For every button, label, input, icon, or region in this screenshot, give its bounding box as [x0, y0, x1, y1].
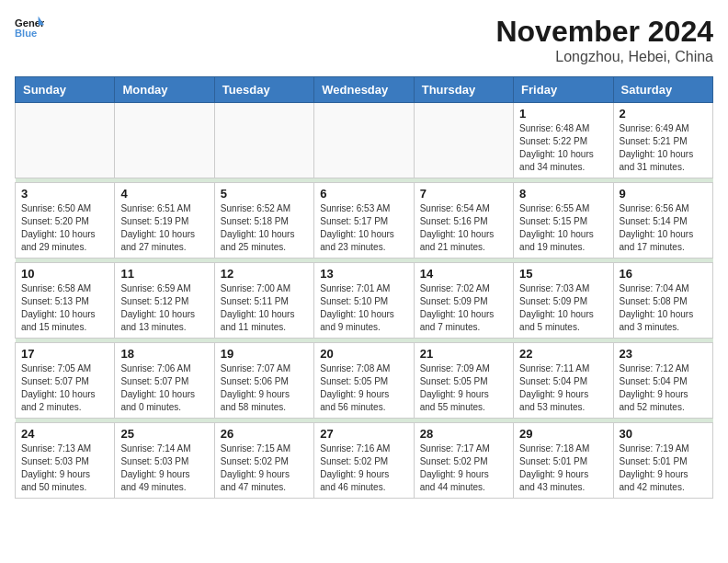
svg-text:Blue: Blue: [15, 28, 37, 39]
day-number: 22: [519, 347, 607, 361]
weekday-header-friday: Friday: [514, 77, 613, 103]
calendar-cell: 9Sunrise: 6:56 AM Sunset: 5:14 PM Daylig…: [613, 183, 712, 259]
day-info: Sunrise: 7:03 AM Sunset: 5:09 PM Dayligh…: [519, 282, 607, 334]
calendar-cell: 18Sunrise: 7:06 AM Sunset: 5:07 PM Dayli…: [115, 343, 214, 419]
week-row-3: 17Sunrise: 7:05 AM Sunset: 5:07 PM Dayli…: [16, 343, 713, 419]
location: Longzhou, Hebei, China: [495, 49, 713, 65]
day-number: 26: [221, 427, 308, 441]
calendar-cell: 1Sunrise: 6:48 AM Sunset: 5:22 PM Daylig…: [514, 103, 613, 178]
day-number: 27: [320, 427, 407, 441]
day-info: Sunrise: 7:19 AM Sunset: 5:01 PM Dayligh…: [620, 442, 707, 494]
day-number: 11: [120, 267, 208, 281]
calendar: SundayMondayTuesdayWednesdayThursdayFrid…: [15, 76, 713, 499]
day-info: Sunrise: 7:13 AM Sunset: 5:03 PM Dayligh…: [21, 442, 108, 494]
day-number: 2: [620, 107, 707, 121]
weekday-header-saturday: Saturday: [613, 77, 712, 103]
calendar-cell: [314, 103, 414, 178]
day-number: 29: [519, 427, 607, 441]
day-info: Sunrise: 6:48 AM Sunset: 5:22 PM Dayligh…: [519, 122, 607, 174]
calendar-cell: 11Sunrise: 6:59 AM Sunset: 5:12 PM Dayli…: [115, 263, 214, 339]
calendar-cell: 2Sunrise: 6:49 AM Sunset: 5:21 PM Daylig…: [613, 103, 712, 178]
day-number: 10: [21, 267, 108, 281]
day-number: 24: [21, 427, 108, 441]
day-info: Sunrise: 7:11 AM Sunset: 5:04 PM Dayligh…: [519, 362, 607, 414]
day-number: 14: [420, 267, 507, 281]
calendar-cell: [214, 103, 313, 178]
calendar-cell: [414, 103, 513, 178]
day-number: 16: [620, 267, 707, 281]
day-number: 7: [420, 187, 507, 201]
day-info: Sunrise: 7:18 AM Sunset: 5:01 PM Dayligh…: [519, 442, 607, 494]
day-info: Sunrise: 7:17 AM Sunset: 5:02 PM Dayligh…: [420, 442, 507, 494]
calendar-cell: 30Sunrise: 7:19 AM Sunset: 5:01 PM Dayli…: [613, 423, 712, 499]
calendar-cell: 7Sunrise: 6:54 AM Sunset: 5:16 PM Daylig…: [414, 183, 513, 259]
day-number: 5: [221, 187, 308, 201]
day-info: Sunrise: 7:08 AM Sunset: 5:05 PM Dayligh…: [320, 362, 407, 414]
calendar-cell: 24Sunrise: 7:13 AM Sunset: 5:03 PM Dayli…: [16, 423, 115, 499]
calendar-cell: 28Sunrise: 7:17 AM Sunset: 5:02 PM Dayli…: [414, 423, 513, 499]
month-title: November 2024: [495, 15, 713, 49]
week-row-1: 3Sunrise: 6:50 AM Sunset: 5:20 PM Daylig…: [16, 183, 713, 259]
logo-icon: General Blue: [15, 15, 44, 40]
calendar-cell: 6Sunrise: 6:53 AM Sunset: 5:17 PM Daylig…: [314, 183, 414, 259]
calendar-cell: 21Sunrise: 7:09 AM Sunset: 5:05 PM Dayli…: [414, 343, 513, 419]
day-info: Sunrise: 7:16 AM Sunset: 5:02 PM Dayligh…: [320, 442, 407, 494]
calendar-cell: 3Sunrise: 6:50 AM Sunset: 5:20 PM Daylig…: [16, 183, 115, 259]
day-info: Sunrise: 7:09 AM Sunset: 5:05 PM Dayligh…: [420, 362, 507, 414]
day-info: Sunrise: 7:12 AM Sunset: 5:04 PM Dayligh…: [620, 362, 707, 414]
day-info: Sunrise: 6:53 AM Sunset: 5:17 PM Dayligh…: [320, 202, 407, 254]
calendar-cell: 29Sunrise: 7:18 AM Sunset: 5:01 PM Dayli…: [514, 423, 613, 499]
day-info: Sunrise: 7:06 AM Sunset: 5:07 PM Dayligh…: [120, 362, 208, 414]
calendar-cell: 12Sunrise: 7:00 AM Sunset: 5:11 PM Dayli…: [214, 263, 313, 339]
day-info: Sunrise: 7:05 AM Sunset: 5:07 PM Dayligh…: [21, 362, 108, 414]
header: General Blue November 2024 Longzhou, Heb…: [15, 15, 713, 65]
calendar-cell: 26Sunrise: 7:15 AM Sunset: 5:02 PM Dayli…: [214, 423, 313, 499]
day-number: 23: [620, 347, 707, 361]
day-info: Sunrise: 7:00 AM Sunset: 5:11 PM Dayligh…: [221, 282, 308, 334]
day-number: 13: [320, 267, 407, 281]
day-number: 20: [320, 347, 407, 361]
day-number: 12: [221, 267, 308, 281]
day-info: Sunrise: 7:04 AM Sunset: 5:08 PM Dayligh…: [620, 282, 707, 334]
week-row-4: 24Sunrise: 7:13 AM Sunset: 5:03 PM Dayli…: [16, 423, 713, 499]
day-info: Sunrise: 7:07 AM Sunset: 5:06 PM Dayligh…: [221, 362, 308, 414]
day-info: Sunrise: 6:56 AM Sunset: 5:14 PM Dayligh…: [620, 202, 707, 254]
day-number: 15: [519, 267, 607, 281]
calendar-cell: 5Sunrise: 6:52 AM Sunset: 5:18 PM Daylig…: [214, 183, 313, 259]
day-info: Sunrise: 6:51 AM Sunset: 5:19 PM Dayligh…: [120, 202, 208, 254]
weekday-header-monday: Monday: [115, 77, 214, 103]
day-info: Sunrise: 7:15 AM Sunset: 5:02 PM Dayligh…: [221, 442, 308, 494]
weekday-header-sunday: Sunday: [16, 77, 115, 103]
weekday-header-row: SundayMondayTuesdayWednesdayThursdayFrid…: [16, 77, 713, 103]
weekday-header-thursday: Thursday: [414, 77, 513, 103]
weekday-header-wednesday: Wednesday: [314, 77, 414, 103]
day-number: 30: [620, 427, 707, 441]
calendar-cell: [16, 103, 115, 178]
day-number: 19: [221, 347, 308, 361]
day-info: Sunrise: 6:49 AM Sunset: 5:21 PM Dayligh…: [620, 122, 707, 174]
calendar-cell: 22Sunrise: 7:11 AM Sunset: 5:04 PM Dayli…: [514, 343, 613, 419]
calendar-cell: 19Sunrise: 7:07 AM Sunset: 5:06 PM Dayli…: [214, 343, 313, 419]
calendar-cell: 15Sunrise: 7:03 AM Sunset: 5:09 PM Dayli…: [514, 263, 613, 339]
calendar-cell: 4Sunrise: 6:51 AM Sunset: 5:19 PM Daylig…: [115, 183, 214, 259]
calendar-cell: 16Sunrise: 7:04 AM Sunset: 5:08 PM Dayli…: [613, 263, 712, 339]
calendar-cell: 25Sunrise: 7:14 AM Sunset: 5:03 PM Dayli…: [115, 423, 214, 499]
day-info: Sunrise: 7:02 AM Sunset: 5:09 PM Dayligh…: [420, 282, 507, 334]
calendar-cell: 20Sunrise: 7:08 AM Sunset: 5:05 PM Dayli…: [314, 343, 414, 419]
calendar-cell: 10Sunrise: 6:58 AM Sunset: 5:13 PM Dayli…: [16, 263, 115, 339]
day-info: Sunrise: 6:59 AM Sunset: 5:12 PM Dayligh…: [120, 282, 208, 334]
logo: General Blue: [15, 15, 44, 40]
calendar-cell: 23Sunrise: 7:12 AM Sunset: 5:04 PM Dayli…: [613, 343, 712, 419]
day-number: 25: [120, 427, 208, 441]
calendar-cell: 14Sunrise: 7:02 AM Sunset: 5:09 PM Dayli…: [414, 263, 513, 339]
day-info: Sunrise: 6:54 AM Sunset: 5:16 PM Dayligh…: [420, 202, 507, 254]
day-number: 18: [120, 347, 208, 361]
day-info: Sunrise: 6:52 AM Sunset: 5:18 PM Dayligh…: [221, 202, 308, 254]
calendar-cell: [115, 103, 214, 178]
day-number: 8: [519, 187, 607, 201]
day-info: Sunrise: 6:50 AM Sunset: 5:20 PM Dayligh…: [21, 202, 108, 254]
day-info: Sunrise: 7:14 AM Sunset: 5:03 PM Dayligh…: [120, 442, 208, 494]
calendar-cell: 8Sunrise: 6:55 AM Sunset: 5:15 PM Daylig…: [514, 183, 613, 259]
weekday-header-tuesday: Tuesday: [214, 77, 313, 103]
day-number: 17: [21, 347, 108, 361]
